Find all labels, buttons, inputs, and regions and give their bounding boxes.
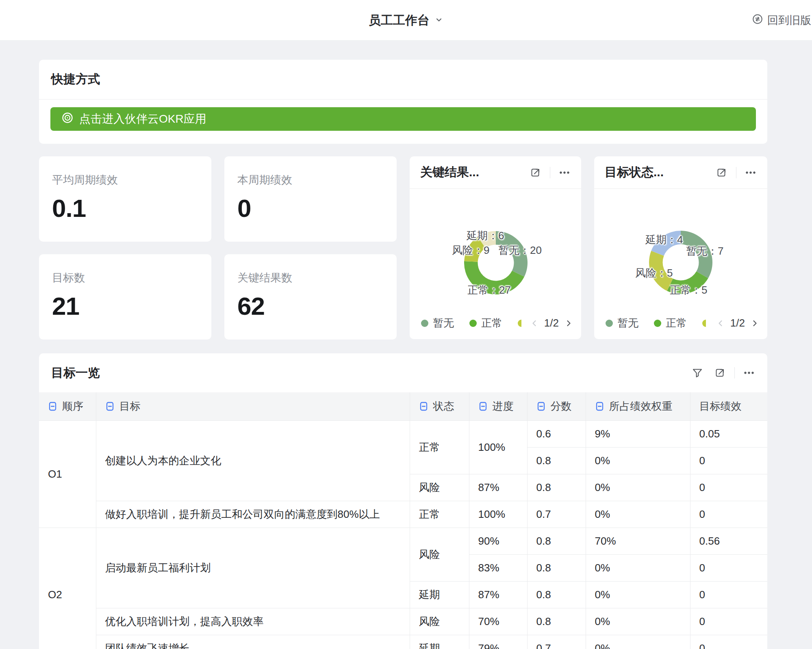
table-cell: 风险 xyxy=(410,528,469,581)
stat-value: 0.1 xyxy=(52,194,211,223)
chart-card-header: 目标状态... xyxy=(594,156,767,189)
column-header[interactable]: 目标绩效 xyxy=(690,392,767,420)
okr-app-button-label: 点击进入伙伴云OKR应用 xyxy=(79,111,206,127)
open-in-new-icon[interactable] xyxy=(530,167,542,179)
shortcuts-card: 快捷方式 点击进入伙伴云OKR应用 xyxy=(39,60,767,144)
table-cell: 0% xyxy=(586,501,690,528)
legend-item-clipped xyxy=(518,320,521,327)
table-title: 目标一览 xyxy=(51,365,100,381)
filter-icon[interactable] xyxy=(691,367,703,379)
table-cell: 0.7 xyxy=(527,635,586,649)
legend-item-none[interactable]: 暂无 xyxy=(421,316,454,330)
table-cell: 0.7 xyxy=(527,501,586,528)
table-row: O1创建以人为本的企业文化正常100%0.69%0.05 xyxy=(39,420,767,447)
slice-label-delayed: 延期：6 xyxy=(467,229,504,243)
stat-label: 关键结果数 xyxy=(237,270,397,285)
table-cell: 83% xyxy=(469,554,527,581)
table-cell: 0.05 xyxy=(690,420,767,447)
table-cell: 0% xyxy=(586,447,690,474)
legend-label: 正常 xyxy=(666,316,687,330)
more-menu-icon[interactable] xyxy=(743,367,755,379)
chevron-right-icon[interactable] xyxy=(564,319,573,328)
column-header[interactable]: 状态 xyxy=(410,392,469,420)
table-cell: 0 xyxy=(690,474,767,501)
legend-dot xyxy=(702,320,706,327)
table-cell: 延期 xyxy=(410,635,469,649)
table-cell: 87% xyxy=(469,581,527,608)
table-cell: 0.8 xyxy=(527,447,586,474)
switch-version-icon xyxy=(752,13,763,28)
chevron-down-icon xyxy=(434,13,443,27)
table-header-row: 顺序 目标 状态 进度 分数 所占绩效权重目标绩效 xyxy=(39,392,767,420)
table-cell: O2 xyxy=(39,528,96,649)
legend-label: 正常 xyxy=(481,316,502,330)
more-menu-icon[interactable] xyxy=(745,167,757,179)
field-type-icon xyxy=(48,401,57,411)
table-cell: 0.56 xyxy=(690,528,767,554)
legend-item-clipped xyxy=(702,320,706,327)
open-in-new-icon[interactable] xyxy=(714,367,726,379)
more-menu-icon[interactable] xyxy=(558,167,571,179)
table-cell: 100% xyxy=(469,501,527,528)
table-cell: 100% xyxy=(469,420,527,474)
column-header[interactable]: 进度 xyxy=(469,392,527,420)
open-in-new-icon[interactable] xyxy=(716,167,728,179)
table-cell: 0.8 xyxy=(527,581,586,608)
column-header-label: 目标 xyxy=(119,399,141,413)
stat-card-avg-cycle-performance: 平均周期绩效 0.1 xyxy=(39,156,211,242)
stat-card-objective-count: 目标数 21 xyxy=(39,254,211,340)
stat-value: 0 xyxy=(237,194,397,223)
chart-card-header: 关键结果... xyxy=(410,156,581,189)
table-cell: 0.8 xyxy=(527,554,586,581)
shortcuts-title: 快捷方式 xyxy=(51,71,100,88)
table-cell: 79% xyxy=(469,635,527,649)
chart-legend: 暂无 正常 1/2 xyxy=(421,316,573,330)
pager-label: 1/2 xyxy=(730,317,745,329)
slice-label-normal: 正常：27 xyxy=(467,283,511,297)
column-header[interactable]: 分数 xyxy=(527,392,586,420)
workspace-switcher[interactable]: 员工工作台 xyxy=(369,0,443,41)
column-header[interactable]: 所占绩效权重 xyxy=(586,392,690,420)
table-cell: 0 xyxy=(690,501,767,528)
chevron-left-icon xyxy=(716,319,725,328)
legend-dot xyxy=(518,320,521,327)
divider xyxy=(736,167,736,178)
legend-dot xyxy=(606,320,613,327)
legend-item-none[interactable]: 暂无 xyxy=(606,316,638,330)
column-header[interactable]: 目标 xyxy=(96,392,410,420)
column-header[interactable]: 顺序 xyxy=(39,392,96,420)
table-cell: 90% xyxy=(469,528,527,554)
table-cell: 0.6 xyxy=(527,420,586,447)
table-cell: 0.8 xyxy=(527,528,586,554)
legend-item-normal[interactable]: 正常 xyxy=(469,316,502,330)
slice-label-risk: 风险：5 xyxy=(635,266,673,280)
column-header-label: 所占绩效权重 xyxy=(609,399,673,413)
column-header-label: 分数 xyxy=(551,399,572,413)
stat-label: 本周期绩效 xyxy=(237,173,397,187)
objective-status-chart-card: 目标状态... 延期：4 风险：5 暂无：7 正常：5 暂无 正常 1/2 xyxy=(594,156,767,339)
table-cell: 0% xyxy=(586,635,690,649)
target-icon xyxy=(61,111,74,127)
table-cell: 做好入职培训，提升新员工和公司双向的满意度到80%以上 xyxy=(96,501,410,528)
slice-label-normal: 正常：5 xyxy=(670,283,707,297)
table-cell: 0% xyxy=(586,554,690,581)
legend-label: 暂无 xyxy=(433,316,454,330)
table-toolbar xyxy=(691,353,755,392)
table-cell: 0.8 xyxy=(527,608,586,635)
stat-card-key-result-count: 关键结果数 62 xyxy=(224,254,397,340)
table-cell: 创建以人为本的企业文化 xyxy=(96,420,410,501)
divider xyxy=(734,367,735,379)
slice-label-none: 暂无：7 xyxy=(686,244,723,258)
legend-dot xyxy=(421,320,428,327)
legend-pager: 1/2 xyxy=(530,317,573,329)
key-result-status-chart-card: 关键结果... 延期：6 风险：9 暂无：20 正常：27 暂无 正常 1/ xyxy=(410,156,581,339)
slice-label-risk: 风险：9 xyxy=(452,243,489,257)
chevron-right-icon[interactable] xyxy=(750,319,759,328)
table-cell: 0 xyxy=(690,554,767,581)
back-to-old-label: 回到旧版 xyxy=(767,13,811,28)
chart-legend: 暂无 正常 1/2 xyxy=(606,316,759,330)
legend-item-normal[interactable]: 正常 xyxy=(654,316,687,330)
back-to-old-version-link[interactable]: 回到旧版 xyxy=(752,0,811,41)
okr-app-button[interactable]: 点击进入伙伴云OKR应用 xyxy=(50,107,756,131)
field-type-icon xyxy=(419,401,428,411)
